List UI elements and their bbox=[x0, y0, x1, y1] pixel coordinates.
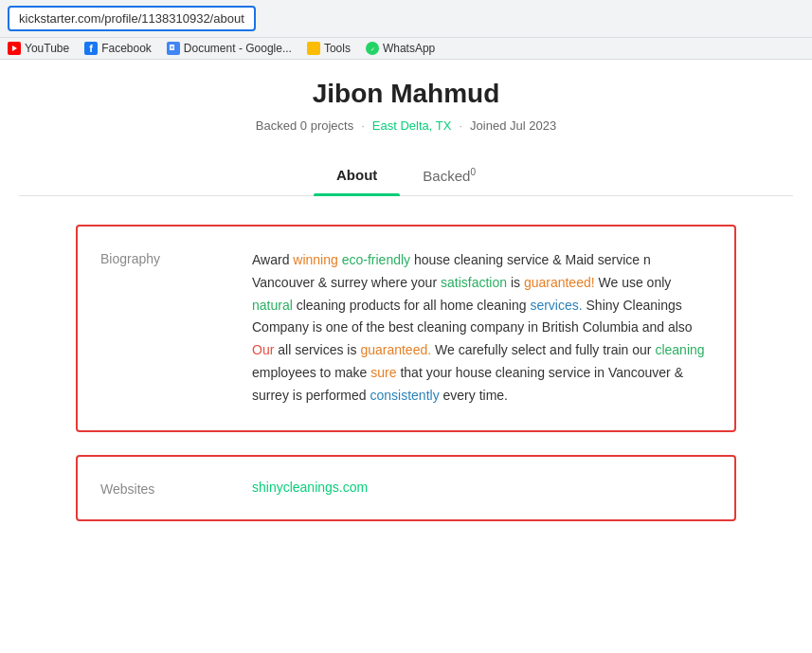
bio-word-guaranteed1: guaranteed! bbox=[524, 275, 595, 290]
backed-count-label: Backed 0 projects bbox=[256, 118, 353, 133]
whatsapp-icon: ✓ bbox=[366, 42, 379, 55]
bio-word-satisfaction: satisfaction bbox=[441, 275, 507, 290]
bookmark-facebook[interactable]: f Facebook bbox=[84, 42, 152, 55]
bio-word-eco: eco-friendly bbox=[342, 252, 410, 267]
tabs-container: About Backed0 bbox=[19, 155, 793, 196]
bookmark-facebook-label: Facebook bbox=[101, 42, 152, 55]
main-content: Biography Award winning eco-friendly hou… bbox=[0, 196, 812, 572]
bookmark-tools-label: Tools bbox=[324, 42, 351, 55]
svg-rect-3 bbox=[171, 48, 173, 49]
bio-word-natural: natural bbox=[252, 298, 293, 313]
bio-word-services1: services. bbox=[530, 298, 582, 313]
bookmark-youtube[interactable]: YouTube bbox=[8, 42, 69, 55]
svg-rect-2 bbox=[171, 46, 173, 47]
bookmark-googledoc-label: Document - Google... bbox=[184, 42, 292, 55]
meta-dot-1: · bbox=[361, 118, 365, 133]
bio-word-cleaning: cleaning bbox=[655, 342, 704, 357]
svg-rect-4 bbox=[310, 45, 317, 52]
profile-header: Jibon Mahmud Backed 0 projects · East De… bbox=[0, 60, 812, 196]
bookmark-tools[interactable]: Tools bbox=[307, 42, 351, 55]
page-content: Jibon Mahmud Backed 0 projects · East De… bbox=[0, 60, 812, 572]
biography-label: Biography bbox=[100, 249, 195, 266]
bio-word-consistently: consistently bbox=[370, 388, 439, 403]
profile-joined: Joined Jul 2023 bbox=[470, 118, 556, 133]
bio-word-service: service bbox=[598, 252, 640, 267]
bookmark-whatsapp[interactable]: ✓ WhatsApp bbox=[366, 42, 435, 55]
facebook-icon: f bbox=[84, 42, 98, 55]
bio-word-sure: sure bbox=[370, 365, 396, 380]
bio-word-our: Our bbox=[252, 342, 274, 357]
bookmark-whatsapp-label: WhatsApp bbox=[383, 42, 435, 55]
bookmark-googledoc[interactable]: Document - Google... bbox=[167, 42, 292, 55]
tab-backed[interactable]: Backed0 bbox=[400, 155, 498, 195]
profile-name: Jibon Mahmud bbox=[19, 79, 793, 109]
bio-word-winning: winning bbox=[293, 252, 337, 267]
svg-marker-0 bbox=[12, 45, 17, 51]
svg-text:✓: ✓ bbox=[370, 46, 374, 52]
tools-icon bbox=[307, 42, 320, 55]
browser-chrome: kickstarter.com/profile/1138310932/about… bbox=[0, 0, 812, 60]
meta-dot-2: · bbox=[459, 118, 462, 133]
biography-text: Award winning eco-friendly house cleanin… bbox=[252, 249, 712, 408]
bookmark-youtube-label: YouTube bbox=[25, 42, 69, 55]
googledoc-icon bbox=[167, 42, 180, 55]
youtube-icon bbox=[8, 42, 21, 55]
bio-word-guaranteed2: guaranteed. bbox=[360, 342, 431, 357]
tab-backed-count: 0 bbox=[470, 167, 476, 177]
tab-backed-label: Backed bbox=[423, 168, 470, 184]
websites-label: Websites bbox=[100, 480, 195, 497]
svg-rect-1 bbox=[170, 45, 174, 50]
tab-about-label: About bbox=[336, 167, 377, 183]
websites-section: Websites shinycleanings.com bbox=[76, 455, 736, 521]
url-bar[interactable]: kickstarter.com/profile/1138310932/about bbox=[8, 6, 256, 31]
tab-about[interactable]: About bbox=[314, 155, 400, 195]
website-url[interactable]: shinycleanings.com bbox=[252, 480, 368, 495]
biography-section: Biography Award winning eco-friendly hou… bbox=[76, 225, 736, 432]
profile-meta: Backed 0 projects · East Delta, TX · Joi… bbox=[19, 118, 793, 133]
profile-location: East Delta, TX bbox=[372, 118, 452, 133]
bookmarks-bar: YouTube f Facebook Document - Google... … bbox=[0, 37, 812, 59]
